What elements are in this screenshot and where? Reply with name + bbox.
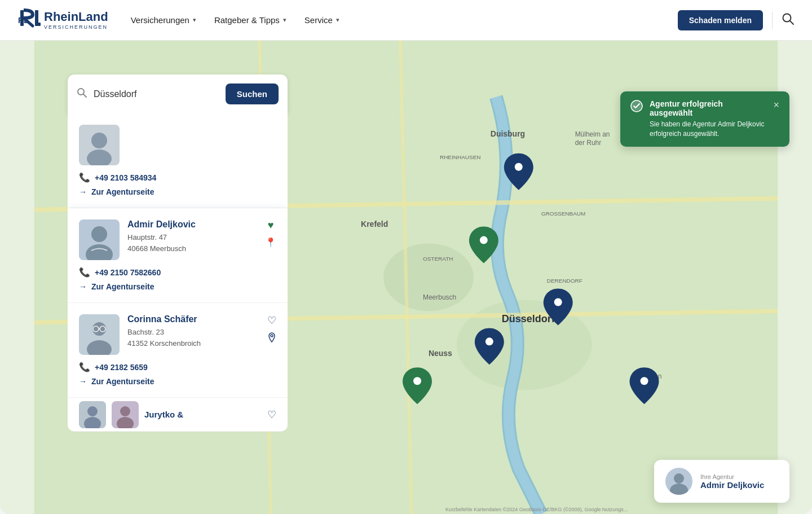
header: RL RheinLand VERSICHERUNGEN Versicherung… — [0, 0, 812, 41]
agent-photo-corinna — [79, 314, 120, 355]
phone-icon: 📞 — [79, 172, 90, 183]
chevron-down-icon: ▾ — [283, 16, 286, 24]
chevron-down-icon: ▾ — [336, 16, 339, 24]
toast-notification: Agentur erfolgreich ausgewählt Sie haben… — [620, 91, 789, 147]
svg-point-43 — [91, 226, 107, 242]
nav-item-versicherungen[interactable]: Versicherungen ▾ — [131, 15, 196, 25]
agent-card-corinna: Corinna Schäfer Bachstr. 23 41352 Korsch… — [68, 303, 288, 398]
zur-agenturseite-link-admir[interactable]: → Zur Agenturseite — [79, 282, 276, 291]
search-icon — [77, 87, 87, 100]
agent-name: Admir Deljkovic — [127, 219, 257, 230]
svg-text:GROSSENBAUM: GROSSENBAUM — [541, 210, 586, 217]
header-actions: Schaden melden — [678, 10, 794, 30]
svg-text:Meerbusch: Meerbusch — [423, 293, 456, 301]
preview-info: Ihre Agentur Admir Deljkovic — [700, 473, 764, 490]
heart-outline-icon-jurytko[interactable]: ♡ — [267, 408, 276, 421]
logo-sub: VERSICHERUNGEN — [44, 24, 108, 30]
sidebar: Suchen — [68, 74, 288, 503]
svg-line-3 — [790, 21, 793, 24]
svg-text:Kurzbefehle  Kartendaten ©2024: Kurzbefehle Kartendaten ©2024 GeoBasis-D… — [445, 507, 628, 512]
schaden-melden-button[interactable]: Schaden melden — [678, 10, 763, 30]
agent-address: Bachstr. 23 41352 Korschenbroich — [127, 327, 259, 349]
agent-name: Corinna Schäfer — [127, 314, 259, 324]
toast-close-button[interactable]: × — [773, 99, 779, 111]
logo-icon: RL — [18, 8, 39, 30]
agent-info-admir: Admir Deljkovic Hauptstr. 47 40668 Meerb… — [127, 219, 257, 254]
agent-photo-admir — [79, 219, 120, 260]
svg-text:DERENDORF: DERENDORF — [547, 278, 582, 284]
logo-main: RheinLand — [44, 10, 108, 24]
agent-actions-corinna: 📞 +49 2182 5659 → Zur Agenturseite — [79, 362, 276, 386]
heart-filled-icon[interactable]: ♥ — [268, 219, 274, 231]
search-bar: Suchen — [68, 74, 288, 113]
svg-point-56 — [120, 406, 130, 416]
search-input[interactable] — [94, 89, 219, 99]
agent-top: Admir Deljkovic Hauptstr. 47 40668 Meerb… — [79, 219, 276, 260]
svg-point-27 — [486, 337, 493, 345]
check-circle-icon — [630, 100, 643, 115]
svg-point-40 — [91, 133, 107, 148]
phone-icon: 📞 — [79, 362, 90, 372]
main-nav: Versicherungen ▾ Ratgeber & Tipps ▾ Serv… — [131, 15, 678, 25]
toast-content: Agentur erfolgreich ausgewählt Sie haben… — [650, 99, 766, 139]
agent-name-jurytko: Jurytko & — [144, 410, 183, 419]
svg-point-53 — [87, 406, 98, 416]
svg-point-31 — [641, 377, 648, 385]
svg-point-60 — [674, 473, 684, 484]
agent-address: Hauptstr. 47 40668 Meerbusch — [127, 232, 257, 254]
chevron-down-icon: ▾ — [193, 16, 196, 24]
svg-text:der Ruhr: der Ruhr — [575, 139, 602, 147]
arrow-right-icon: → — [79, 377, 87, 386]
logo[interactable]: RL RheinLand VERSICHERUNGEN — [18, 8, 108, 32]
agent-phone-admir[interactable]: 📞 +49 2150 7582660 — [79, 267, 276, 278]
agent-icons: ♡ — [267, 314, 276, 345]
agent-top: Corinna Schäfer Bachstr. 23 41352 Korsch… — [79, 314, 276, 355]
preview-card[interactable]: Ihre Agentur Admir Deljkovic — [654, 460, 789, 503]
svg-text:Neuss: Neuss — [429, 349, 452, 358]
agent-info-corinna: Corinna Schäfer Bachstr. 23 41352 Korsch… — [127, 314, 259, 349]
heart-outline-icon[interactable]: ♡ — [267, 314, 276, 327]
preview-label: Ihre Agentur — [700, 473, 764, 480]
svg-point-25 — [554, 298, 562, 306]
search-icon — [782, 12, 794, 25]
location-pin-icon[interactable]: 📍 — [265, 237, 276, 248]
svg-text:Krefeld: Krefeld — [361, 219, 388, 229]
agent-card-partial-top: 📞 +49 2103 584934 → Zur Agenturseite — [68, 113, 288, 208]
svg-text:Mülheim an: Mülheim an — [575, 130, 610, 138]
agent-top — [79, 125, 276, 165]
search-button[interactable] — [782, 12, 794, 28]
svg-point-51 — [271, 335, 273, 337]
svg-text:RL: RL — [18, 16, 29, 25]
arrow-right-icon: → — [79, 282, 87, 291]
svg-point-29 — [413, 377, 421, 385]
preview-agent-photo — [665, 468, 692, 495]
zur-agenturseite-link-corinna[interactable]: → Zur Agenturseite — [79, 377, 276, 386]
agent-photo-jurytko2 — [112, 401, 139, 428]
agents-list: 📞 +49 2103 584934 → Zur Agenturseite — [68, 113, 288, 503]
agent-actions: 📞 +49 2103 584934 → Zur Agenturseite — [79, 172, 276, 196]
location-pin-outline-icon[interactable] — [267, 332, 276, 345]
agent-card-jurytko: Jurytko & ♡ — [68, 398, 288, 432]
svg-point-21 — [515, 163, 523, 171]
agent-card-admir: Admir Deljkovic Hauptstr. 47 40668 Meerb… — [68, 208, 288, 303]
svg-text:OSTERATH: OSTERATH — [423, 256, 453, 262]
phone-icon: 📞 — [79, 267, 90, 278]
toast-body: Sie haben die Agentur Admir Deljkovic er… — [650, 120, 766, 139]
svg-text:RHEINHAUSEN: RHEINHAUSEN — [440, 154, 481, 160]
svg-point-23 — [480, 236, 488, 244]
agent-phone-corinna[interactable]: 📞 +49 2182 5659 — [79, 362, 276, 372]
agent-actions-admir: 📞 +49 2150 7582660 → Zur Agenturseite — [79, 267, 276, 291]
agent-phone[interactable]: 📞 +49 2103 584934 — [79, 172, 276, 183]
svg-text:Duisburg: Duisburg — [491, 129, 525, 138]
nav-item-ratgeber[interactable]: Ratgeber & Tipps ▾ — [214, 15, 286, 25]
svg-text:Düsseldorf: Düsseldorf — [502, 313, 555, 324]
svg-line-38 — [83, 94, 86, 97]
suchen-button[interactable]: Suchen — [226, 84, 279, 104]
nav-item-service[interactable]: Service ▾ — [304, 15, 339, 25]
arrow-right-icon: → — [79, 187, 87, 196]
agent-icons: ♥ 📍 — [265, 219, 276, 248]
divider — [772, 12, 773, 29]
main-content: Duisburg Düsseldorf Krefeld Meerbusch Mü… — [0, 41, 812, 514]
agent-link[interactable]: → Zur Agenturseite — [79, 187, 276, 196]
toast-title: Agentur erfolgreich ausgewählt — [650, 99, 766, 117]
